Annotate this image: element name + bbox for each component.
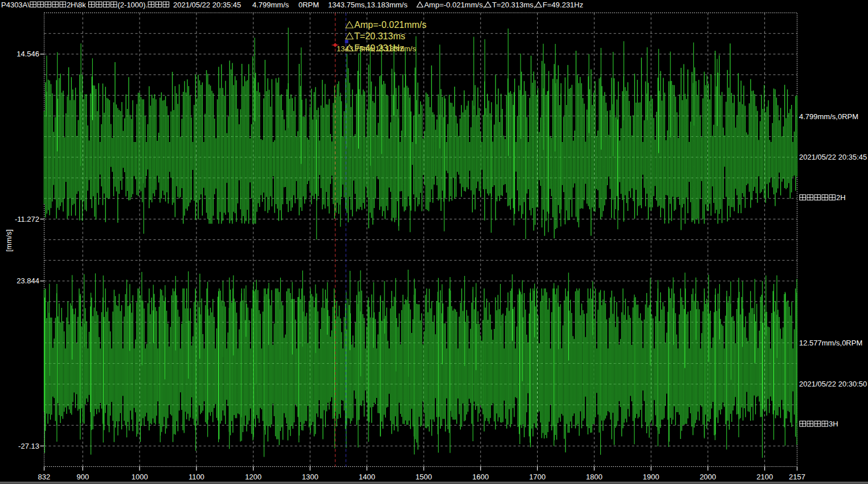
svg-text:1700: 1700 — [529, 473, 546, 481]
svg-text:900: 900 — [77, 473, 89, 481]
svg-text:2021/05/22 20:35:45: 2021/05/22 20:35:45 — [173, 1, 241, 9]
svg-text:2H\8k: 2H\8k — [67, 1, 86, 9]
svg-text:T=20.313ms,: T=20.313ms, — [492, 1, 535, 9]
svg-text:1200: 1200 — [245, 473, 261, 481]
svg-text:3H: 3H — [829, 420, 838, 428]
svg-text:-27.13: -27.13 — [18, 442, 39, 450]
svg-text:4.799mm/s,0RPM: 4.799mm/s,0RPM — [799, 112, 858, 121]
svg-text:2000: 2000 — [699, 473, 716, 481]
svg-text:0RPM: 0RPM — [298, 1, 319, 9]
svg-text:-11.272: -11.272 — [15, 215, 39, 223]
svg-text:P4303A\: P4303A\ — [1, 1, 30, 9]
svg-text:4.799mm/s: 4.799mm/s — [252, 1, 289, 9]
svg-text:2100: 2100 — [756, 473, 773, 481]
svg-text:1343.75ms,13.183mm/s: 1343.75ms,13.183mm/s — [328, 1, 408, 9]
svg-text:1900: 1900 — [643, 473, 660, 481]
svg-text:[mm/s]: [mm/s] — [5, 230, 13, 252]
svg-text:1343.75ms,13.183mm/s: 1343.75ms,13.183mm/s — [337, 44, 416, 53]
svg-text:2021/05/22 20:35:45: 2021/05/22 20:35:45 — [799, 153, 867, 161]
svg-text:1500: 1500 — [416, 473, 432, 481]
svg-text:832: 832 — [38, 473, 51, 481]
svg-text:1400: 1400 — [359, 473, 375, 481]
svg-text:Amp=-0.021mm/s: Amp=-0.021mm/s — [354, 20, 427, 30]
svg-text:23.844: 23.844 — [17, 276, 39, 285]
svg-text:1800: 1800 — [586, 473, 603, 481]
svg-text:12.577mm/s,0RPM: 12.577mm/s,0RPM — [799, 339, 862, 347]
svg-text:Amp=-0.021mm/s,: Amp=-0.021mm/s, — [424, 1, 485, 9]
svg-text:1100: 1100 — [189, 473, 204, 481]
svg-text:F=49.231Hz: F=49.231Hz — [543, 1, 583, 9]
svg-text:(2-1000).: (2-1000). — [118, 1, 148, 9]
svg-text:T=20.313ms: T=20.313ms — [354, 31, 405, 41]
svg-text:2021/05/22 20:30:50: 2021/05/22 20:30:50 — [799, 380, 867, 388]
svg-text:2H: 2H — [836, 193, 846, 202]
svg-text:2157: 2157 — [789, 473, 805, 481]
svg-text:1300: 1300 — [302, 473, 318, 481]
svg-text:14.546: 14.546 — [17, 50, 39, 58]
svg-text:1600: 1600 — [472, 473, 489, 481]
svg-text:1000: 1000 — [132, 473, 148, 481]
